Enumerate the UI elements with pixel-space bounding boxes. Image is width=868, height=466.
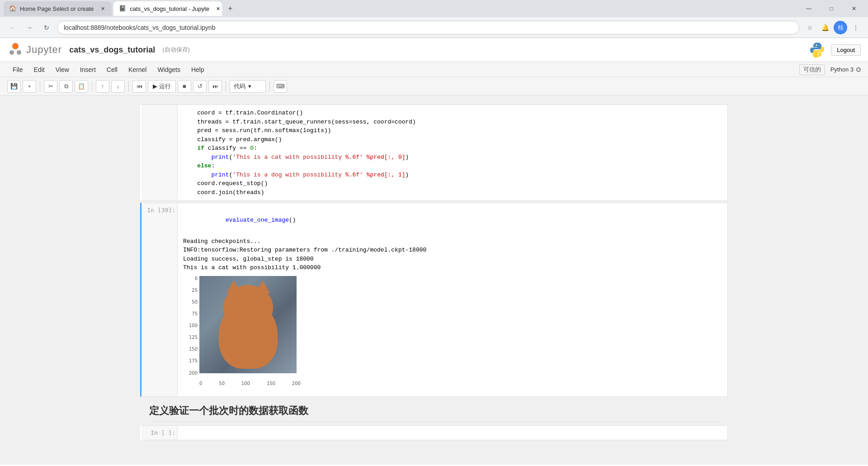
y-label-200: 200 bbox=[189, 371, 198, 376]
menu-view[interactable]: View bbox=[50, 62, 75, 77]
next-cell-in-num: [ ]: bbox=[161, 429, 175, 436]
cat-body bbox=[219, 301, 278, 369]
cell-39-output: Reading checkpoints... INFO:tensorflow:R… bbox=[183, 237, 722, 272]
forward-button[interactable]: → bbox=[23, 21, 36, 34]
close-button[interactable]: ✕ bbox=[844, 1, 864, 16]
cell-39: In [39]: evaluate_one_image() Reading ch… bbox=[140, 203, 728, 397]
x-label-50: 50 bbox=[219, 381, 225, 386]
output-line-1: Reading checkpoints... bbox=[183, 237, 722, 246]
menu-insert[interactable]: Insert bbox=[75, 62, 101, 77]
cell-type-dropdown-icon: ▾ bbox=[248, 83, 251, 90]
fast-forward-button[interactable]: ⏭ bbox=[208, 80, 222, 93]
cell-type-label: 代码 bbox=[234, 82, 245, 90]
jupyter-header-right: Logout bbox=[809, 42, 861, 58]
bookmark-icon[interactable]: ☆ bbox=[803, 21, 816, 34]
menu-file[interactable]: File bbox=[7, 62, 28, 77]
menu-edit[interactable]: Edit bbox=[28, 62, 50, 77]
logout-button[interactable]: Logout bbox=[831, 44, 861, 56]
restart-button[interactable]: ↺ bbox=[193, 80, 207, 93]
fast-back-button[interactable]: ⏮ bbox=[132, 80, 146, 93]
output-line-4: This is a cat with possibility 1.000000 bbox=[183, 263, 722, 272]
cell-39-gutter: In [39]: bbox=[142, 203, 178, 396]
plot-container: 0 25 50 75 100 125 150 175 200 bbox=[183, 276, 722, 389]
tab-home-favicon: 🏠 bbox=[9, 5, 16, 12]
save-button[interactable]: 💾 bbox=[7, 80, 21, 93]
tab-jupyter[interactable]: 📓 cats_vs_dogs_tutorial - Jupyte ✕ bbox=[113, 1, 222, 16]
paste-button[interactable]: 📋 bbox=[75, 80, 88, 93]
x-label-200: 200 bbox=[292, 381, 301, 386]
y-label-0: 0 bbox=[195, 276, 198, 281]
next-cell-in-label: In bbox=[151, 429, 161, 436]
python-logo-icon bbox=[809, 42, 826, 58]
jupyter-logo-icon bbox=[7, 42, 24, 58]
cell-type-selector[interactable]: 代码 ▾ bbox=[230, 80, 266, 93]
cell-39-in-label: In bbox=[147, 207, 157, 214]
toolbar-separator-1 bbox=[40, 81, 40, 92]
next-cell-body[interactable] bbox=[178, 426, 727, 440]
move-down-button[interactable]: ↓ bbox=[111, 80, 125, 93]
run-button[interactable]: ▶ 运行 bbox=[148, 80, 176, 93]
markdown-cell: 定义验证一个批次时的数据获取函数 bbox=[140, 404, 728, 422]
prev-cell-container: coord = tf.train.Coordinator() threads =… bbox=[140, 105, 728, 201]
cell-39-parens: () bbox=[289, 217, 296, 223]
trusted-badge: 可信的 bbox=[799, 64, 825, 75]
reload-button[interactable]: ↻ bbox=[40, 21, 53, 34]
menu-help[interactable]: Help bbox=[186, 62, 210, 77]
menu-right: 可信的 Python 3 bbox=[799, 64, 861, 75]
y-label-75: 75 bbox=[192, 311, 198, 316]
menu-kernel[interactable]: Kernel bbox=[123, 62, 152, 77]
next-cell: In [ ]: bbox=[140, 425, 728, 440]
copy-button[interactable]: ⧉ bbox=[59, 80, 73, 93]
keyboard-shortcut-button[interactable]: ⌨ bbox=[274, 80, 287, 93]
tab-jupyter-close[interactable]: ✕ bbox=[215, 5, 222, 12]
output-line-2: INFO:tensorflow:Restoring parameters fro… bbox=[183, 246, 722, 255]
x-label-0: 0 bbox=[199, 381, 202, 386]
toolbar-separator-5 bbox=[269, 81, 270, 92]
nav-right-icons: ☆ 🔔 桂 ⋮ bbox=[803, 21, 863, 34]
tab-home-close[interactable]: ✕ bbox=[99, 5, 106, 12]
toolbar-separator-2 bbox=[92, 81, 92, 92]
y-label-100: 100 bbox=[189, 323, 198, 328]
prev-cell-body: coord = tf.train.Coordinator() threads =… bbox=[178, 105, 727, 200]
output-line-3: Loading success, global_step is 18000 bbox=[183, 255, 722, 264]
maximize-button[interactable]: □ bbox=[821, 1, 842, 16]
extension-icon[interactable]: 🔔 bbox=[818, 21, 832, 34]
x-label-150: 150 bbox=[267, 381, 275, 386]
profile-icon[interactable]: 桂 bbox=[834, 21, 847, 34]
cell-39-body[interactable]: evaluate_one_image() Reading checkpoints… bbox=[178, 203, 727, 396]
menu-widgets[interactable]: Widgets bbox=[152, 62, 186, 77]
cut-button[interactable]: ✂ bbox=[44, 80, 57, 93]
toolbar-separator-4 bbox=[226, 81, 226, 92]
run-label: 运行 bbox=[159, 82, 171, 90]
jupyter-logo: Jupyter bbox=[7, 42, 62, 58]
back-button[interactable]: ← bbox=[5, 21, 19, 34]
next-cell-gutter: In [ ]: bbox=[142, 426, 178, 440]
tab-home[interactable]: 🏠 Home Page Select or create ✕ bbox=[4, 1, 112, 16]
tab-home-label: Home Page Select or create bbox=[20, 5, 94, 12]
move-up-button[interactable]: ↑ bbox=[96, 80, 109, 93]
notebook-title[interactable]: cats_vs_dogs_tutorial bbox=[69, 45, 155, 55]
menu-icon[interactable]: ⋮ bbox=[849, 21, 863, 34]
cell-39-container: In [39]: evaluate_one_image() Reading ch… bbox=[140, 203, 728, 397]
new-tab-icon: + bbox=[228, 4, 233, 14]
menu-cell[interactable]: Cell bbox=[101, 62, 123, 77]
menu-bar: File Edit View Insert Cell Kernel Widget… bbox=[0, 62, 868, 77]
y-label-175: 175 bbox=[189, 358, 198, 363]
minimize-button[interactable]: — bbox=[798, 1, 819, 16]
plot-wrapper: 0 25 50 75 100 125 150 175 200 bbox=[183, 276, 301, 389]
cell-39-in-num: [39]: bbox=[158, 207, 175, 214]
cell-39-code[interactable]: evaluate_one_image() bbox=[183, 207, 722, 233]
jupyter-container: Jupyter cats_vs_dogs_tutorial (自动保存) Log… bbox=[0, 38, 868, 466]
add-cell-button[interactable]: + bbox=[23, 80, 36, 93]
plot-y-axis: 0 25 50 75 100 125 150 175 200 bbox=[183, 276, 199, 376]
previous-cell: coord = tf.train.Coordinator() threads =… bbox=[140, 105, 728, 201]
svg-point-2 bbox=[17, 50, 21, 55]
address-bar[interactable]: localhost:8889/notebooks/cats_vs_dogs_tu… bbox=[57, 21, 799, 34]
markdown-heading: 定义验证一个批次时的数据获取函数 bbox=[149, 404, 719, 422]
stop-button[interactable]: ■ bbox=[178, 80, 191, 93]
y-label-50: 50 bbox=[192, 300, 198, 304]
y-label-150: 150 bbox=[189, 347, 198, 352]
new-tab-button[interactable]: + bbox=[224, 2, 236, 15]
notebook-content: coord = tf.train.Coordinator() threads =… bbox=[0, 95, 868, 465]
prev-cell-code: coord = tf.train.Coordinator() threads =… bbox=[183, 109, 722, 197]
